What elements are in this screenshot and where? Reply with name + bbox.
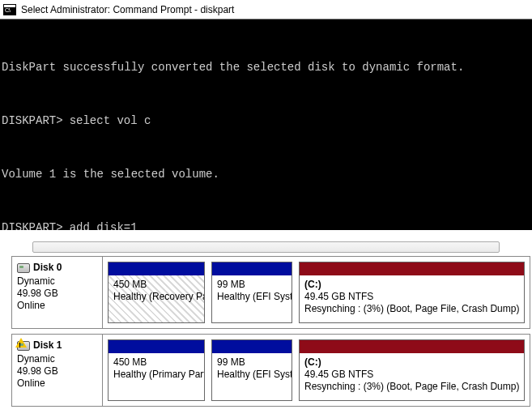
partition-size: 49.45 GB NTFS	[304, 369, 519, 381]
toolbar-fragment	[32, 241, 500, 253]
partition-header	[109, 262, 204, 275]
titlebar: C:\ Select Administrator: Command Prompt…	[0, 0, 532, 19]
disk-management-panel: Disk 0 Dynamic 49.98 GB Online 450 MB He…	[11, 256, 521, 412]
partition-status: Healthy (Primary Partition)	[113, 369, 199, 381]
disk-info[interactable]: Disk 0 Dynamic 49.98 GB Online	[12, 257, 103, 328]
disk-row[interactable]: ! Disk 1 Dynamic 49.98 GB Online 450 MB …	[11, 334, 530, 407]
partition-header	[109, 340, 204, 353]
partition[interactable]: 99 MB Healthy (EFI System Partition)	[211, 262, 292, 323]
partition-size: 49.45 GB NTFS	[304, 291, 519, 303]
disk-type: Dynamic	[17, 275, 97, 288]
terminal-prompt: DISKPART>select vol c	[0, 112, 532, 130]
partition-status: Healthy (EFI System Partition)	[217, 369, 287, 381]
partition-status: Resynching : (3%) (Boot, Page File, Cras…	[304, 381, 519, 393]
partition-header	[300, 262, 524, 275]
partition-size: 450 MB	[113, 356, 199, 369]
disk-status: Online	[17, 300, 97, 312]
cmd-icon: C:\	[3, 4, 16, 15]
disk-name: Disk 0	[33, 262, 62, 274]
disk-warning-icon: !	[17, 341, 30, 351]
partition-size: 450 MB	[113, 279, 199, 291]
terminal-prompt: DISKPART>add disk=1	[0, 219, 532, 230]
partition-status: Healthy (EFI System Partition)	[217, 291, 287, 303]
partition-size: 99 MB	[217, 356, 287, 369]
terminal-output: DiskPart successfully converted the sele…	[0, 58, 532, 76]
partition[interactable]: 450 MB Healthy (Recovery Partition)	[108, 262, 205, 323]
disk-info[interactable]: ! Disk 1 Dynamic 49.98 GB Online	[12, 335, 103, 406]
disk-icon	[17, 263, 30, 273]
partition-header	[300, 340, 524, 353]
partition-status: Healthy (Recovery Partition)	[113, 291, 199, 303]
partition[interactable]: (C:) 49.45 GB NTFS Resynching : (3%) (Bo…	[299, 262, 525, 323]
disk-row[interactable]: Disk 0 Dynamic 49.98 GB Online 450 MB He…	[11, 256, 530, 329]
disk-type: Dynamic	[17, 353, 97, 365]
partition[interactable]: 99 MB Healthy (EFI System Partition)	[211, 339, 292, 401]
disk-name: Disk 1	[33, 339, 62, 352]
partition[interactable]: (C:) 49.45 GB NTFS Resynching : (3%) (Bo…	[299, 339, 525, 401]
partition[interactable]: 450 MB Healthy (Primary Partition)	[108, 339, 205, 401]
partition-status: Resynching : (3%) (Boot, Page File, Cras…	[304, 303, 519, 315]
terminal[interactable]: DiskPart successfully converted the sele…	[0, 19, 532, 230]
partition-size: 99 MB	[217, 279, 287, 291]
disk-size: 49.98 GB	[17, 288, 97, 300]
window-title: Select Administrator: Command Prompt - d…	[21, 4, 234, 15]
partition-label: (C:)	[304, 279, 519, 291]
disk-size: 49.98 GB	[17, 365, 97, 377]
partition-header	[212, 340, 292, 353]
disk-status: Online	[17, 377, 97, 390]
terminal-output: Volume 1 is the selected volume.	[0, 165, 532, 183]
partition-header	[212, 262, 292, 275]
partition-label: (C:)	[304, 356, 519, 369]
